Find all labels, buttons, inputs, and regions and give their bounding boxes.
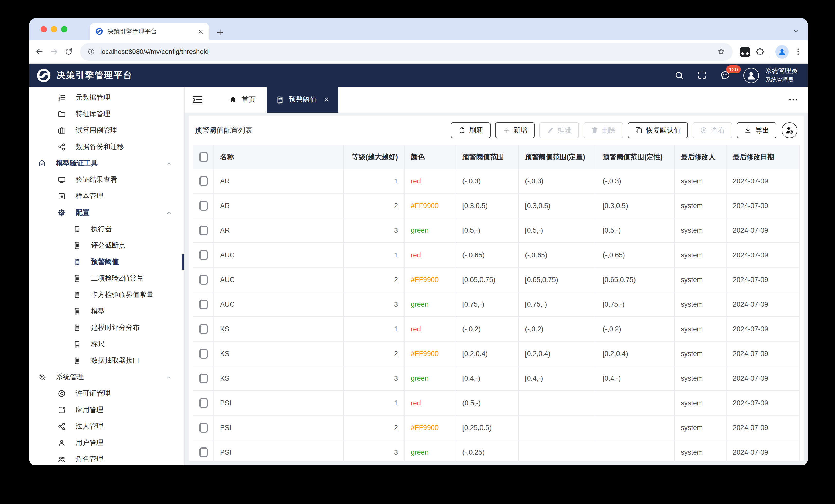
column-header-预警阈值范围(定性): 预警阈值范围(定性) [596, 145, 674, 169]
cell-color: red [404, 169, 456, 193]
sidebar-item-元数据管理[interactable]: 123元数据管理 [29, 89, 184, 106]
sidebar-item-模型验证工具[interactable]: 模型验证工具 [29, 155, 184, 172]
sidebar-item-许可证管理[interactable]: 许可证管理 [29, 385, 184, 402]
sidebar-item-模型[interactable]: 模型 [29, 303, 184, 319]
tab-home[interactable]: 首页 [218, 87, 267, 112]
reload-button[interactable] [64, 47, 73, 56]
button-label: 刷新 [469, 126, 483, 135]
sidebar-item-标尺[interactable]: 标尺 [29, 336, 184, 353]
table-row[interactable]: KS1red(-,0.2)(-,0.2)(-,0.2)system2024-07… [193, 317, 799, 341]
row-checkbox[interactable] [199, 176, 207, 186]
sidebar-item-数据抽取器接口[interactable]: 数据抽取器接口 [29, 353, 184, 369]
sidebar-item-二项检验Z值常量[interactable]: 二项检验Z值常量 [29, 270, 184, 287]
sidebar-item-执行器[interactable]: 执行器 [29, 221, 184, 237]
site-info-icon[interactable] [87, 48, 95, 56]
new-tab-button[interactable] [216, 28, 225, 37]
cell-range: [0.3,0.5) [456, 193, 518, 218]
cell-color: green [404, 440, 456, 461]
browser-menu-icon[interactable] [794, 47, 802, 56]
table-row[interactable]: KS3green[0.4,-)[0.4,-)[0.4,-)system2024-… [193, 366, 799, 391]
table-row[interactable]: AUC2#FF9900[0.65,0.75)[0.65,0.75)[0.65,0… [193, 268, 799, 292]
row-checkbox[interactable] [199, 398, 207, 408]
sidebar-item-label: 特征库管理 [76, 109, 110, 119]
tab-options-icon[interactable] [788, 94, 798, 105]
close-window-button[interactable] [41, 26, 47, 33]
删除-button[interactable]: 删除 [583, 122, 623, 138]
导出-button[interactable]: 导出 [737, 122, 776, 138]
table-row[interactable]: AR2#FF9900[0.3,0.5)[0.3,0.5)[0.3,0.5)sys… [193, 193, 799, 218]
table-row[interactable]: AUC3green[0.75,-)[0.75,-)[0.75,-)system2… [193, 292, 799, 317]
table-row[interactable]: AR1red(-,0.3)(-,0.3)(-,0.3)system2024-07… [193, 169, 799, 193]
bookmark-star-icon[interactable] [717, 47, 726, 56]
sidebar-item-预警阈值[interactable]: 预警阈值 [29, 254, 184, 270]
select-all-checkbox[interactable] [199, 152, 207, 162]
forward-button[interactable] [49, 47, 59, 57]
table-row[interactable]: PSI3green(-,0.25)system2024-07-09 [193, 440, 799, 461]
sidebar-item-数据备份和迁移[interactable]: 数据备份和迁移 [29, 139, 184, 155]
back-button[interactable] [35, 47, 44, 57]
恢复默认值-button[interactable]: 恢复默认值 [628, 122, 688, 138]
刷新-button[interactable]: 刷新 [451, 122, 490, 138]
sidebar-item-试算用例管理[interactable]: 试算用例管理 [29, 122, 184, 139]
row-checkbox[interactable] [199, 250, 207, 260]
row-checkbox[interactable] [199, 201, 207, 211]
tab-threshold[interactable]: 预警阈值 [267, 87, 338, 112]
sidebar-item-卡方检验临界值常量[interactable]: 卡方检验临界值常量 [29, 287, 184, 303]
cell-name: PSI [213, 440, 344, 461]
list-icon [58, 192, 66, 201]
table-row[interactable]: AUC1red(-,0.65)(-,0.65)(-,0.65)system202… [193, 243, 799, 268]
extensions-puzzle-icon[interactable] [755, 47, 765, 56]
tab-search-chevron-icon[interactable] [792, 27, 799, 35]
receipt-icon [73, 307, 81, 315]
sidebar-item-配置[interactable]: 配置 [29, 205, 184, 221]
cell-modified-by: system [674, 292, 726, 317]
sidebar-item-评分截断点[interactable]: 评分截断点 [29, 237, 184, 254]
sidebar-item-建模时评分分布[interactable]: 建模时评分分布 [29, 319, 184, 336]
sidebar-item-样本管理[interactable]: 样本管理 [29, 188, 184, 205]
sidebar-item-用户管理[interactable]: 用户管理 [29, 435, 184, 451]
monitor-icon [58, 176, 66, 184]
search-icon[interactable] [674, 70, 684, 80]
sidebar-item-特征库管理[interactable]: 特征库管理 [29, 106, 184, 122]
row-checkbox[interactable] [199, 447, 207, 457]
row-checkbox[interactable] [199, 423, 207, 433]
row-checkbox[interactable] [199, 324, 207, 334]
cell-range-qual: (-,0.2) [596, 317, 674, 341]
browser-tab[interactable]: 决策引擎管理平台 [90, 23, 209, 40]
button-label: 导出 [755, 126, 769, 135]
maximize-window-button[interactable] [61, 26, 67, 33]
sidebar-item-角色管理[interactable]: 角色管理 [29, 451, 184, 465]
messages-button[interactable]: 120 [719, 70, 730, 81]
row-checkbox[interactable] [199, 275, 207, 285]
row-checkbox[interactable] [199, 226, 207, 235]
sidebar-item-系统管理[interactable]: 系统管理 [29, 369, 184, 385]
cell-modified-by: system [674, 169, 726, 193]
address-bar[interactable]: localhost:8080/#/mv/config/threshold [80, 43, 733, 60]
sidebar-item-法人管理[interactable]: 法人管理 [29, 418, 184, 435]
user-info[interactable]: 系统管理员 系统管理员 [765, 66, 797, 84]
sidebar-collapse-icon[interactable] [192, 94, 203, 105]
编辑-button[interactable]: 编辑 [539, 122, 579, 138]
sidebar-item-验证结果查看[interactable]: 验证结果查看 [29, 172, 184, 188]
fullscreen-icon[interactable] [697, 70, 707, 80]
cell-modified-by: system [674, 218, 726, 243]
sidebar-item-应用管理[interactable]: 应用管理 [29, 402, 184, 418]
user-avatar[interactable] [743, 67, 759, 83]
row-checkbox[interactable] [199, 299, 207, 309]
table-row[interactable]: KS2#FF9900[0.2,0.4)[0.2,0.4)[0.2,0.4)sys… [193, 341, 799, 366]
button-label: 删除 [602, 126, 616, 135]
column-settings-button[interactable] [781, 122, 797, 138]
cell-level: 1 [344, 243, 404, 268]
row-checkbox[interactable] [199, 374, 207, 383]
minimize-window-button[interactable] [51, 26, 57, 33]
查看-button[interactable]: 查看 [693, 122, 732, 138]
table-row[interactable]: AR3green[0.5,-)[0.5,-)[0.5,-)system2024-… [193, 218, 799, 243]
新增-button[interactable]: 新增 [495, 122, 534, 138]
table-row[interactable]: PSI2#FF9900[0.25,0.5)system2024-07-09 [193, 415, 799, 440]
row-checkbox[interactable] [199, 349, 207, 359]
pinned-extension-icon[interactable] [740, 46, 750, 57]
tab-close-icon[interactable] [323, 97, 330, 103]
browser-profile-avatar[interactable] [775, 45, 789, 58]
tab-close-icon[interactable] [198, 28, 204, 35]
table-row[interactable]: PSI1red(0.5,-)system2024-07-09 [193, 391, 799, 415]
